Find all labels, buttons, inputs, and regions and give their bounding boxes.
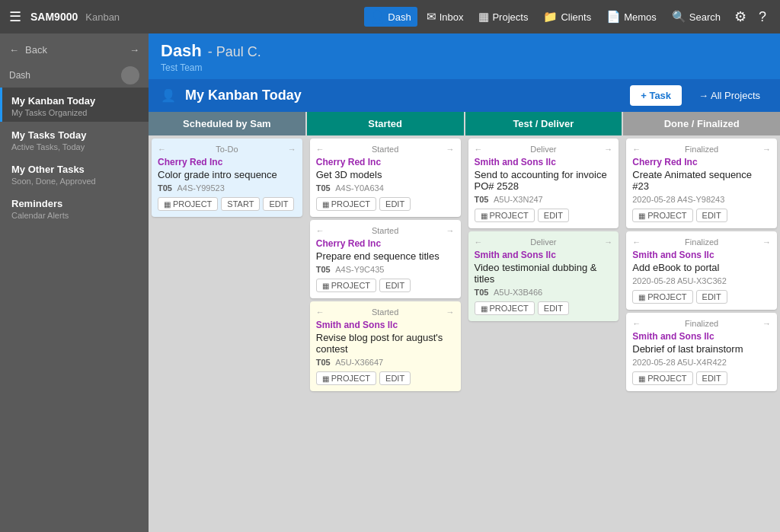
card-right-arrow[interactable]: → [762, 145, 771, 154]
project-button[interactable]: ▦ PROJECT [316, 371, 376, 385]
card-right-arrow[interactable]: → [762, 237, 771, 247]
kanban-label: Kanban [85, 11, 120, 23]
card-status: Started [372, 145, 398, 154]
edit-button[interactable]: EDIT [696, 371, 727, 385]
card-client: Cherry Red Inc [632, 157, 771, 167]
card-prepare-end-sequence: ← Started → Cherry Red Inc Prepare end s… [310, 220, 461, 298]
sidebar-item-reminders[interactable]: Reminders Calendar Alerts [0, 190, 149, 225]
card-nav: ← Deliver → [475, 237, 613, 247]
nav-dash[interactable]: 👤 Dash [364, 7, 417, 27]
card-status: Finalized [685, 145, 718, 154]
project-button[interactable]: ▦ PROJECT [475, 301, 535, 315]
card-left-arrow[interactable]: ← [158, 145, 166, 154]
card-right-arrow[interactable]: → [762, 319, 771, 328]
card-client: Smith and Sons llc [316, 320, 455, 330]
project-button[interactable]: ▦ PROJECT [475, 209, 535, 222]
col-done: Done / Finalized ← Finalized → Cherry Re… [623, 112, 780, 532]
nav-clients[interactable]: 📁 Clients [537, 7, 597, 27]
card-left-arrow[interactable]: ← [475, 145, 483, 154]
card-nav: ← Finalized → [632, 145, 771, 154]
project-icon: ▦ [481, 212, 488, 220]
card-left-arrow[interactable]: ← [316, 145, 324, 154]
forward-arrow-icon[interactable]: → [129, 44, 139, 56]
all-projects-button[interactable]: → All Projects [691, 85, 768, 106]
nav-projects[interactable]: ▦ Projects [472, 7, 534, 27]
sidebar-item-my-kanban-today[interactable]: My Kanban Today My Tasks Organized [0, 88, 149, 122]
edit-button[interactable]: EDIT [379, 197, 411, 211]
nav-inbox[interactable]: ✉ Inbox [420, 7, 470, 27]
card-left-arrow[interactable]: ← [475, 237, 483, 247]
memos-icon: 📄 [606, 10, 621, 24]
card-id: T05 A5U-X3B466 [475, 288, 613, 297]
sidebar-item-my-other-tasks[interactable]: My Other Tasks Soon, Done, Approved [0, 156, 149, 190]
kanban-title: My Kanban Today [185, 88, 621, 104]
projects-icon: ▦ [478, 10, 489, 24]
card-color-grade: ← To-Do → Cherry Red Inc Color grade int… [152, 139, 302, 217]
card-left-arrow[interactable]: ← [316, 226, 324, 235]
edit-button[interactable]: EDIT [263, 197, 294, 211]
edit-button[interactable]: EDIT [379, 279, 411, 292]
task-id: A4S-Y9C435 [335, 265, 384, 274]
col-done-cards: ← Finalized → Cherry Red Inc Create Anim… [623, 135, 780, 532]
card-date: 2020-05-28 [632, 195, 677, 204]
edit-button[interactable]: EDIT [696, 290, 727, 304]
task-id: A5U-X3N247 [494, 195, 543, 204]
card-title: Debrief of last brainstorm [632, 343, 771, 355]
card-actions: ▦ PROJECT EDIT [632, 290, 771, 304]
card-title: Get 3D models [316, 169, 455, 180]
gear-icon[interactable]: ⚙ [730, 5, 751, 28]
nav-memos[interactable]: 📄 Memos [600, 7, 663, 27]
card-left-arrow[interactable]: ← [632, 145, 641, 154]
team-label: Test Team [161, 62, 768, 79]
back-label[interactable]: Back [25, 44, 47, 56]
card-left-arrow[interactable]: ← [632, 319, 641, 328]
col-test-deliver: Test / Deliver ← Deliver → Smith and Son… [465, 112, 622, 532]
task-num: T05 [158, 183, 172, 193]
dash-icon: 👤 [370, 10, 385, 24]
card-right-arrow[interactable]: → [604, 145, 612, 154]
card-date: 2020-05-28 [632, 358, 677, 367]
project-button[interactable]: ▦ PROJECT [632, 209, 692, 222]
card-left-arrow[interactable]: ← [632, 237, 641, 247]
task-num: T05 [475, 195, 489, 204]
card-id: T05 A5U-X3N247 [475, 195, 613, 204]
nav-search[interactable]: 🔍 Search [666, 7, 727, 27]
project-button[interactable]: ▦ PROJECT [158, 197, 218, 211]
card-debrief-brainstorm: ← Finalized → Smith and Sons llc Debrief… [626, 313, 777, 391]
back-arrow-icon[interactable]: ← [9, 44, 19, 56]
start-button[interactable]: START [221, 197, 260, 211]
card-right-arrow[interactable]: → [604, 237, 612, 247]
project-button[interactable]: ▦ PROJECT [632, 290, 692, 304]
project-icon: ▦ [322, 282, 329, 290]
edit-button[interactable]: EDIT [696, 209, 727, 222]
card-right-arrow[interactable]: → [288, 145, 296, 154]
inbox-icon: ✉ [427, 10, 436, 24]
card-revise-blog: ← Started → Smith and Sons llc Revise bl… [310, 301, 461, 391]
task-num: T05 [475, 288, 489, 297]
edit-button[interactable]: EDIT [379, 371, 411, 385]
top-nav: ☰ SAM9000 Kanban 👤 Dash ✉ Inbox ▦ Projec… [0, 0, 780, 33]
card-nav: ← Deliver → [475, 145, 613, 154]
hamburger-icon[interactable]: ☰ [9, 8, 21, 25]
help-icon[interactable]: ? [754, 6, 771, 28]
task-id: A5U-X36647 [335, 358, 383, 367]
edit-button[interactable]: EDIT [538, 301, 569, 315]
edit-button[interactable]: EDIT [538, 209, 569, 222]
card-title: Add eBook to portal [632, 262, 771, 273]
card-left-arrow[interactable]: ← [316, 307, 324, 317]
clients-icon: 📁 [543, 10, 558, 24]
project-button[interactable]: ▦ PROJECT [316, 197, 376, 211]
kanban-header-icon: 👤 [161, 88, 176, 103]
add-task-button[interactable]: + Task [630, 85, 682, 106]
card-id: 2020-05-28 A5U-X3C362 [632, 276, 771, 285]
card-right-arrow[interactable]: → [446, 226, 455, 235]
project-button[interactable]: ▦ PROJECT [632, 371, 692, 385]
sidebar-item-my-tasks-today[interactable]: My Tasks Today Active Tasks, Today [0, 122, 149, 156]
project-button[interactable]: ▦ PROJECT [316, 279, 376, 292]
card-title: Create Animated sequence #23 [632, 169, 771, 192]
card-right-arrow[interactable]: → [446, 145, 455, 154]
card-right-arrow[interactable]: → [446, 307, 455, 317]
nav-projects-label: Projects [492, 11, 528, 23]
card-nav: ← Started → [316, 226, 455, 235]
project-icon: ▦ [638, 293, 645, 301]
